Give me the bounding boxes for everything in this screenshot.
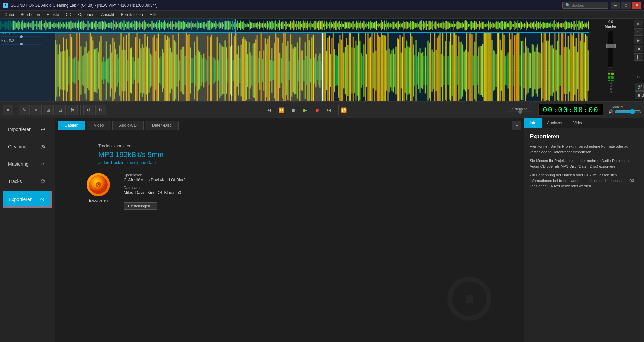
export-icon: ⊙ [38, 195, 46, 203]
sidebar-item-cleaning[interactable]: Cleaning ◎ [3, 139, 52, 155]
bar-btn[interactable]: ▌ [634, 53, 643, 61]
export-main-row: Exportieren Speicherort: C:\Musik\Miles … [85, 173, 514, 210]
menu-hilfe[interactable]: Hilfe [146, 12, 161, 18]
time-display: 00:00:00:00 [538, 104, 603, 116]
link-btn[interactable]: ∞ [634, 20, 643, 27]
sidebar-item-exportieren[interactable]: Exportieren ⊙ [3, 191, 52, 208]
search-bar[interactable]: 🔍 [562, 2, 608, 9]
bereichsmodus-btn[interactable]: ⊞ Bereichsmodus [635, 91, 644, 99]
pan-label: Pan: 0.0 [1, 39, 53, 42]
titlebar: S SOUND FORGE Audio Cleaning Lab 4 (64 B… [0, 0, 644, 11]
transport-start-btn[interactable]: ⏮ [264, 105, 274, 115]
tab-audio-cd[interactable]: Audio-CD [112, 121, 144, 130]
master-panel: 0.0 Master [589, 19, 644, 101]
sidebar-item-importieren[interactable]: Importieren ↩ [3, 121, 52, 137]
scrubbing-thumb[interactable] [518, 110, 522, 114]
menu-bereitstellen[interactable]: Bereitstellen [118, 12, 146, 18]
save-location-label: Speicherort: [124, 173, 185, 177]
menubar: Datei Bearbeiten Effekte CD Optionen Ans… [0, 11, 644, 19]
save-location-value: C:\Musik\Miles Davis\Kind Of Blue\ [124, 178, 185, 182]
scrubbing-slider-row [506, 111, 533, 112]
info-tab-video[interactable]: Video [568, 118, 589, 128]
chain-icon: 🔗 [637, 85, 642, 89]
close-button[interactable]: ✕ [632, 2, 641, 9]
sidebar-label-exportieren: Exportieren [9, 197, 33, 202]
sidebar-label-importieren: Importieren [8, 127, 32, 132]
svg-point-3 [98, 184, 99, 185]
transport-prev-btn[interactable]: ⏪ [276, 105, 286, 115]
save-location-field: Speicherort: C:\Musik\Miles Davis\Kind O… [124, 173, 185, 182]
nachziehen-btn[interactable]: 🔗 Nachziehen [635, 83, 644, 91]
tab-dateien[interactable]: Dateien [58, 121, 85, 130]
flag-btn[interactable]: ⚑ [67, 105, 78, 115]
transport-rec-btn[interactable]: ⏺ [312, 105, 322, 115]
export-disc-icon [87, 173, 110, 196]
transport-stop-btn[interactable]: ⏹ [288, 105, 298, 115]
tool-sep-2 [80, 105, 81, 115]
pencil-btn[interactable]: ✎ [19, 105, 30, 115]
info-tab-info[interactable]: Info [524, 118, 542, 128]
window-title: SOUND FORGE Audio Cleaning Lab 4 (64 Bit… [11, 3, 157, 8]
tool-sep-3 [109, 105, 109, 115]
redo-btn[interactable]: ↻ [95, 105, 106, 115]
tabs-more-btn[interactable]: » [512, 121, 521, 130]
info-title: Exportieren [530, 134, 639, 140]
monitor-label: Monitor [612, 105, 641, 109]
vol-slider-thumb[interactable] [20, 35, 23, 38]
tab-video[interactable]: Video [87, 121, 111, 130]
app-icon: S [3, 3, 8, 8]
tracks-icon: ⑩ [39, 177, 47, 185]
right-icon-panel: ∞ 〜 ▶ ◀ ▌ -50 🔗 Nachziehen ⊞ Bereichsmod… [632, 19, 644, 101]
dropdown-btn[interactable]: ▼ [3, 105, 13, 115]
info-tabs: Info Analyzer Video [524, 118, 644, 128]
master-fader-thumb[interactable] [606, 44, 616, 48]
master-db: 0.0 [608, 20, 613, 24]
monitor-slider[interactable] [615, 109, 641, 114]
arrow-right-btn[interactable]: ▶ [634, 37, 643, 44]
undo-btn[interactable]: ↺ [83, 105, 94, 115]
titlebar-left: S SOUND FORGE Audio Cleaning Lab 4 (64 B… [3, 3, 157, 8]
info-tab-analyzer[interactable]: Analyzer [542, 118, 568, 128]
copy-btn[interactable]: ⊞ [43, 105, 54, 115]
overview-selection [0, 19, 236, 32]
monitor-slider-row: 🔊 [608, 109, 641, 114]
loop-btn[interactable]: 🔁 [338, 105, 349, 115]
sidebar-item-mastering[interactable]: Mastering ○ [3, 156, 52, 172]
paste-btn[interactable]: ⊟ [55, 105, 66, 115]
main-area: Importieren ↩ Cleaning ◎ Mastering ○ Tra… [0, 118, 644, 342]
search-input[interactable] [572, 3, 605, 7]
content-area: Dateien Video Audio-CD Daten-Disc » ⊙ Tr… [55, 118, 524, 342]
sidebar-item-tracks[interactable]: Tracks ⑩ [3, 173, 52, 189]
info-content: Exportieren Hier können Sie Ihr Projekt … [524, 128, 644, 194]
export-format-sub: Jeden Track in eine eigene Datei [98, 160, 514, 165]
wave-btn[interactable]: 〜 [634, 28, 643, 36]
menu-ansicht[interactable]: Ansicht [98, 12, 117, 18]
monitor-control: Monitor 🔊 [608, 105, 641, 114]
info-desc-3: Zur Benennung der Dateien oder CD-Titel … [530, 172, 639, 189]
menu-cd[interactable]: CD [62, 12, 75, 18]
bg-export-icon: ⊙ [441, 258, 497, 335]
level-meter [608, 70, 614, 81]
scrubbing-track[interactable] [506, 111, 533, 112]
menu-optionen[interactable]: Optionen [75, 12, 98, 18]
transport-play-btn[interactable]: ▶ [300, 105, 310, 115]
menu-bearbeiten[interactable]: Bearbeiten [17, 12, 43, 18]
menu-datei[interactable]: Datei [1, 12, 17, 18]
minimize-button[interactable]: ─ [611, 2, 620, 9]
maximize-button[interactable]: □ [621, 2, 631, 9]
transport-end-btn[interactable]: ⏭ [324, 105, 334, 115]
menu-effekte[interactable]: Effekte [43, 12, 62, 18]
arrow-left-btn[interactable]: ◀ [634, 45, 643, 52]
grid-icon: ⊞ [637, 93, 640, 98]
settings-button[interactable]: Einstellungen... [124, 202, 157, 210]
cleaning-icon: ◎ [39, 143, 47, 151]
export-icon-label: Exportieren [89, 198, 108, 202]
search-icon: 🔍 [565, 3, 570, 8]
filename-label: Dateiname: [124, 186, 185, 190]
cut-btn[interactable]: ✕ [31, 105, 42, 115]
pan-slider-thumb[interactable] [20, 43, 23, 45]
sidebar-label-mastering: Mastering [8, 161, 28, 167]
tab-daten-disc[interactable]: Daten-Disc [145, 121, 179, 130]
tabs-bar: Dateien Video Audio-CD Daten-Disc » [55, 118, 524, 130]
master-fader-track[interactable] [608, 31, 613, 68]
